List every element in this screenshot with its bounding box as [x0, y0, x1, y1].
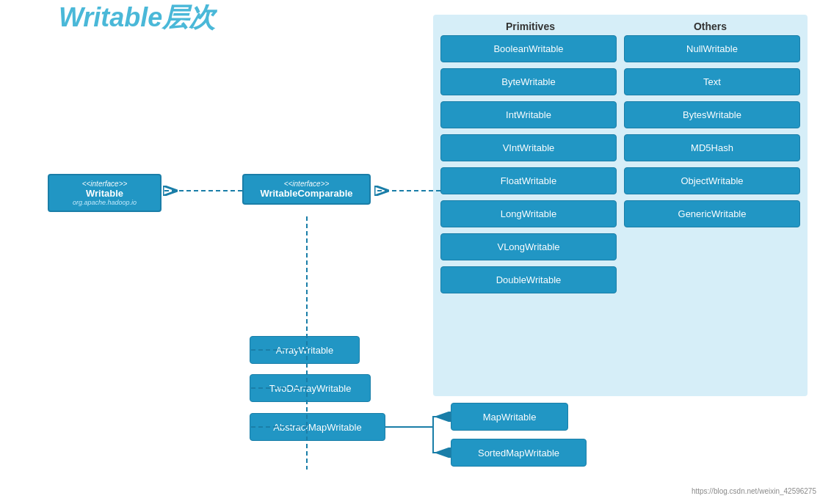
primitive-box-3: VIntWritable — [440, 134, 617, 161]
array-writable-box: ArrayWritable — [250, 336, 360, 364]
primitive-box-7: DoubleWritable — [440, 266, 617, 293]
primitive-box-2: IntWritable — [440, 101, 617, 128]
wc-name: WritableComparable — [250, 188, 363, 199]
map-writable-connector — [385, 417, 451, 427]
class-panel: Primitives Others BooleanWritableByteWri… — [433, 15, 808, 396]
writable-iface-label: <<interface>> — [55, 180, 154, 188]
others-box-4: ObjectWritable — [624, 167, 800, 194]
watermark: https://blog.csdn.net/weixin_42596275 — [692, 487, 816, 495]
others-box-1: Text — [624, 68, 800, 95]
writable-comparable-box: <<interface>> WritableComparable — [242, 174, 371, 205]
primitive-box-1: ByteWritable — [440, 68, 617, 95]
primitive-box-4: FloatWritable — [440, 167, 617, 194]
writable-name: Writable — [55, 188, 154, 199]
others-header: Others — [620, 21, 800, 32]
primitive-box-5: LongWritable — [440, 200, 617, 227]
page-title: Writable层次 — [59, 0, 215, 36]
primitives-header: Primitives — [440, 21, 620, 32]
map-writable-box: MapWritable — [451, 403, 568, 431]
writable-box: <<interface>> Writable org.apache.hadoop… — [48, 174, 162, 212]
others-box-2: BytesWritable — [624, 101, 800, 128]
writable-pkg: org.apache.hadoop.io — [55, 199, 154, 206]
primitives-col: BooleanWritableByteWritableIntWritableVI… — [440, 35, 617, 293]
sorted-map-writable-box: SortedMapWritable — [451, 439, 587, 467]
others-box-5: GenericWritable — [624, 200, 800, 227]
sorted-map-connector — [433, 427, 451, 453]
primitive-box-6: VLongWritable — [440, 233, 617, 260]
panel-columns: BooleanWritableByteWritableIntWritableVI… — [433, 35, 808, 293]
panel-headers: Primitives Others — [433, 15, 808, 35]
primitive-box-0: BooleanWritable — [440, 35, 617, 62]
others-box-0: NullWritable — [624, 35, 800, 62]
wc-iface-label: <<interface>> — [250, 180, 363, 188]
others-col: NullWritableTextBytesWritableMD5HashObje… — [624, 35, 800, 293]
abstract-map-writable-box: AbstractMapWritable — [250, 413, 385, 441]
others-box-3: MD5Hash — [624, 134, 800, 161]
twod-array-writable-box: TwoDArrayWritable — [250, 374, 371, 402]
